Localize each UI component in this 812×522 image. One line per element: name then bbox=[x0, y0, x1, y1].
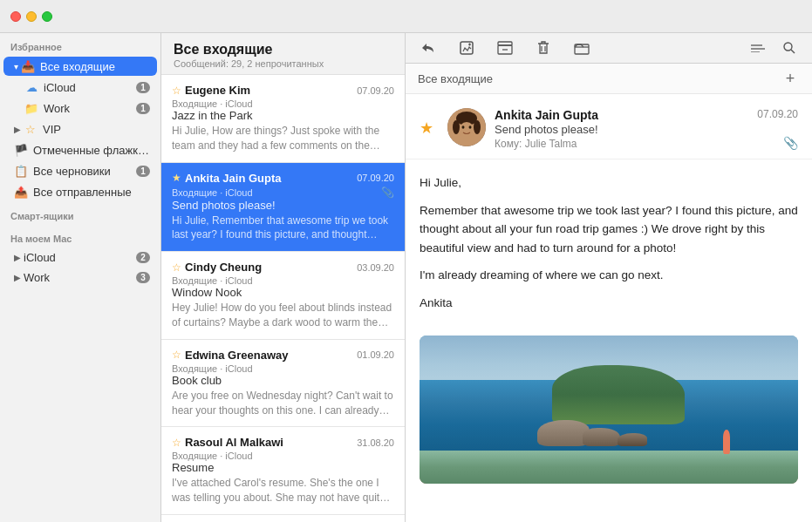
all-inbox-label: Все входящие bbox=[40, 60, 150, 73]
more-button[interactable] bbox=[746, 38, 770, 58]
email-preview-3: Are you free on Wednesday night? Can't w… bbox=[172, 389, 394, 418]
email-list-item-2[interactable]: ☆ Cindy Cheung 03.09.20 Входящие · iClou… bbox=[161, 252, 405, 340]
email-list: ☆ Eugene Kim 07.09.20 Входящие · iCloud … bbox=[161, 75, 405, 522]
email-sender-3: Edwina Greenaway bbox=[185, 349, 351, 362]
email-subject-detail: Send photos please! bbox=[495, 123, 748, 136]
email-list-item-3[interactable]: ☆ Edwina Greenaway 01.09.20 Входящие · i… bbox=[161, 340, 405, 428]
body-signature: Ankita bbox=[420, 294, 798, 313]
email-list-header: Все входящие Сообщений: 29, 2 непрочитан… bbox=[161, 33, 405, 75]
sidebar: Избранное ▾ 📥 Все входящие ☁ iCloud 1 📁 … bbox=[0, 33, 161, 522]
email-list-item-1[interactable]: ★ Ankita Jain Gupta 07.09.20 Входящие · … bbox=[161, 163, 405, 253]
photo-shore bbox=[420, 451, 798, 483]
to-label: Кому: bbox=[495, 138, 522, 150]
sidebar-item-icloud-section[interactable]: ▶ iCloud 2 bbox=[3, 248, 157, 267]
email-preview-2: Hey Julie! How do you feel about blinds … bbox=[172, 301, 394, 330]
search-button[interactable] bbox=[777, 38, 802, 58]
icloud-section-label: iCloud bbox=[24, 251, 136, 264]
svg-point-17 bbox=[474, 120, 481, 134]
reply-button[interactable] bbox=[416, 38, 440, 58]
svg-point-19 bbox=[469, 125, 472, 129]
email-date-0: 07.09.20 bbox=[357, 85, 394, 96]
archive-button[interactable] bbox=[493, 38, 517, 58]
icloud-section-chevron: ▶ bbox=[14, 253, 21, 262]
avatar bbox=[447, 108, 486, 146]
sidebar-item-work-section[interactable]: ▶ Work 3 bbox=[3, 268, 157, 287]
rock3 bbox=[618, 433, 648, 446]
traffic-lights bbox=[10, 11, 52, 22]
photo-figure bbox=[723, 430, 730, 454]
vip-star-icon: ☆ bbox=[24, 122, 38, 136]
email-body: Hi Julie, Remember that awesome trip we … bbox=[406, 159, 812, 336]
email-list-item-0[interactable]: ☆ Eugene Kim 07.09.20 Входящие · iCloud … bbox=[161, 75, 405, 163]
icloud-icon: ☁ bbox=[24, 80, 38, 94]
work-section-label: Work bbox=[24, 271, 136, 284]
attachment-icon: 📎 bbox=[783, 136, 798, 150]
chevron-icon: ▾ bbox=[14, 62, 18, 71]
email-date-2: 03.09.20 bbox=[357, 262, 394, 273]
to-address: Julie Talma bbox=[525, 138, 577, 150]
sidebar-item-drafts[interactable]: 📋 Все черновики 1 bbox=[3, 161, 157, 180]
email-mailbox-2: Входящие · iCloud bbox=[172, 275, 253, 286]
email-header-info: Ankita Jain Gupta Send photos please! Ко… bbox=[495, 108, 748, 150]
star-2[interactable]: ☆ bbox=[172, 261, 181, 274]
mac-section-label: На моем Mac bbox=[0, 225, 160, 247]
sidebar-item-flagged[interactable]: 🏴 Отмеченные флажком bbox=[3, 140, 157, 159]
sent-label: Все отправленные bbox=[33, 186, 150, 199]
email-date-3: 01.09.20 bbox=[357, 349, 394, 360]
photo-attachment bbox=[420, 336, 798, 484]
compose-button[interactable] bbox=[454, 38, 479, 58]
email-date-4: 31.08.20 bbox=[357, 437, 394, 448]
rock2 bbox=[583, 428, 620, 446]
star-0[interactable]: ☆ bbox=[172, 85, 181, 97]
star-1[interactable]: ★ bbox=[172, 172, 181, 184]
toolbar-right bbox=[746, 38, 802, 58]
smart-section-label: Смарт-ящики bbox=[0, 202, 160, 225]
email-subject-3: Book club bbox=[172, 374, 394, 387]
email-mailbox-1: Входящие · iCloud bbox=[172, 187, 253, 198]
main-layout: Избранное ▾ 📥 Все входящие ☁ iCloud 1 📁 … bbox=[0, 33, 812, 522]
flagged-label: Отмеченные флажком bbox=[33, 144, 150, 157]
email-detail-panel: Все входящие + ★ bbox=[406, 33, 812, 522]
work-label: Work bbox=[44, 102, 136, 115]
sidebar-item-all-inbox[interactable]: ▾ 📥 Все входящие bbox=[3, 57, 157, 76]
star-icon[interactable]: ★ bbox=[420, 119, 433, 138]
email-mailbox-0: Входящие · iCloud bbox=[172, 98, 253, 109]
svg-line-12 bbox=[791, 50, 795, 53]
email-mailbox-4: Входящие · iCloud bbox=[172, 451, 253, 461]
sidebar-item-work[interactable]: 📁 Work 1 bbox=[3, 98, 157, 118]
vip-chevron: ▶ bbox=[14, 125, 21, 134]
add-button[interactable]: + bbox=[781, 69, 800, 88]
sidebar-item-icloud[interactable]: ☁ iCloud 1 bbox=[3, 78, 157, 97]
trash-button[interactable] bbox=[531, 38, 556, 58]
photo-rocks bbox=[515, 410, 666, 447]
maximize-button[interactable] bbox=[42, 11, 52, 22]
move-button[interactable] bbox=[570, 38, 594, 58]
svg-point-16 bbox=[453, 120, 460, 134]
icloud-section-badge: 2 bbox=[136, 252, 150, 263]
sidebar-item-vip[interactable]: ▶ ☆ VIP bbox=[3, 119, 157, 139]
minimize-button[interactable] bbox=[26, 11, 37, 22]
email-list-item-5[interactable]: ☆ Chella Boehm 28.08.20 Входящие · iClou… bbox=[161, 515, 405, 522]
sidebar-item-sent[interactable]: 📤 Все отправленные bbox=[3, 182, 157, 201]
email-to: Кому: Julie Talma bbox=[495, 138, 748, 150]
work-badge: 1 bbox=[136, 103, 150, 114]
email-content-header: ★ bbox=[406, 94, 812, 159]
email-list-item-4[interactable]: ☆ Rasoul Al Malkawi 31.08.20 Входящие · … bbox=[161, 427, 405, 515]
star-3[interactable]: ☆ bbox=[172, 349, 181, 361]
svg-rect-0 bbox=[461, 42, 473, 54]
photo-scene bbox=[420, 336, 798, 484]
drafts-icon: 📋 bbox=[14, 164, 28, 178]
work-icon: 📁 bbox=[24, 101, 38, 115]
favorites-section-label: Избранное bbox=[0, 33, 160, 56]
email-meta-row: ★ bbox=[420, 108, 798, 150]
icloud-badge: 1 bbox=[136, 82, 150, 93]
close-button[interactable] bbox=[10, 11, 21, 22]
email-sender-1: Ankita Jain Gupta bbox=[185, 172, 351, 185]
email-list-subtitle: Сообщений: 29, 2 непрочитанных bbox=[174, 58, 392, 69]
sent-icon: 📤 bbox=[14, 185, 28, 199]
star-4[interactable]: ☆ bbox=[172, 437, 181, 449]
attach-icon-1: 📎 bbox=[381, 186, 394, 199]
email-from: Ankita Jain Gupta bbox=[495, 108, 748, 122]
svg-point-11 bbox=[784, 43, 792, 51]
email-subject-4: Resume bbox=[172, 461, 394, 474]
